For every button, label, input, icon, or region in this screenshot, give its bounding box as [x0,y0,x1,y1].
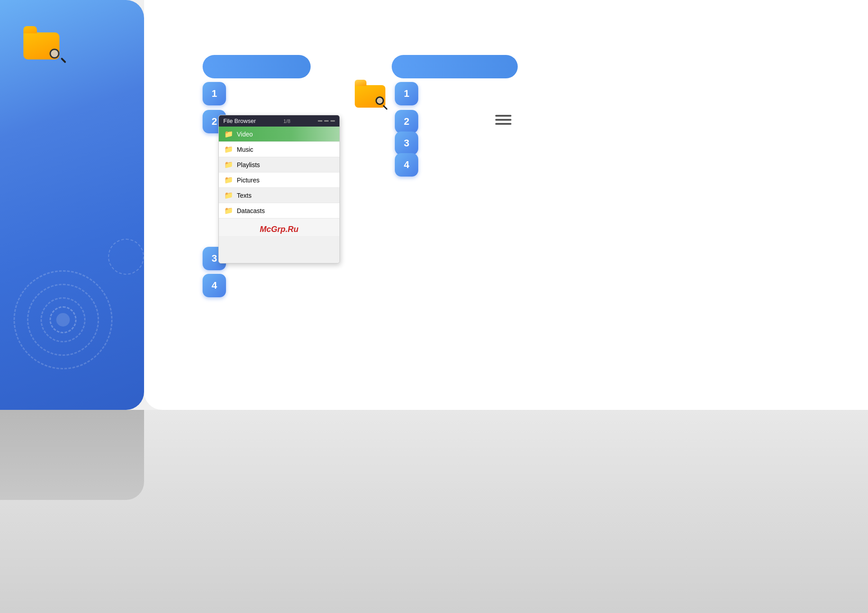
gear-dot [56,313,70,327]
file-browser-title: File Browser [223,118,256,124]
file-browser-header: File Browser 1/8 [219,115,339,127]
file-browser-empty-space [219,236,339,263]
file-browser-page-info: 1/8 [283,118,290,124]
file-browser-header-icons [318,120,335,122]
sidebar-logo [23,32,59,61]
sidebar [0,0,144,410]
left-pill-button[interactable] [203,55,311,78]
center-folder-icon [355,80,386,109]
right-badge-3[interactable]: 3 [395,132,418,155]
file-browser-item-datacasts[interactable]: 📁 Datacasts [219,203,339,218]
dot-circle-decoration [108,239,144,275]
folder-icon-texts: 📁 [224,191,233,200]
sidebar-folder-body [23,32,59,59]
bottom-reflection [0,410,868,613]
right-pill-button[interactable] [392,55,518,78]
file-browser-item-playlists[interactable]: 📁 Playlists [219,157,339,173]
sidebar-folder-tab [23,26,37,33]
hamburger-line-3 [495,123,511,125]
file-browser-item-label-pictures: Pictures [237,177,260,184]
right-badge-4[interactable]: 4 [395,153,418,177]
folder-icon-datacasts: 📁 [224,206,233,215]
folder-icon-video: 📁 [224,130,233,138]
right-badge-1[interactable]: 1 [395,82,418,105]
file-browser-item-video[interactable]: 📁 Video [219,127,339,142]
folder-icon-playlists: 📁 [224,160,233,169]
hamburger-menu-icon[interactable] [495,115,511,125]
folder-icon-music: 📁 [224,145,233,154]
file-browser-item-label-texts: Texts [237,192,252,199]
file-browser-item-music[interactable]: 📁 Music [219,142,339,157]
left-badge-4[interactable]: 4 [203,274,226,297]
main-content: 1 2 3 4 1 2 3 4 File Browser 1/8 [144,0,868,410]
left-badge-1[interactable]: 1 [203,82,226,105]
file-browser-item-label-playlists: Playlists [237,161,260,168]
header-icon-bar-2 [324,120,329,122]
bottom-left-reflection [0,410,144,500]
header-icon-bar-3 [330,120,335,122]
hamburger-line-2 [495,119,511,121]
right-badge-2[interactable]: 2 [395,110,418,133]
hamburger-line-1 [495,115,511,117]
file-browser-item-label-video: Video [237,131,253,138]
file-browser-item-texts[interactable]: 📁 Texts [219,188,339,203]
file-browser-item-label-music: Music [237,146,253,153]
file-browser-popup: File Browser 1/8 📁 Video 📁 Music 📁 Playl… [218,115,340,263]
file-browser-item-label-datacasts: Datacasts [237,207,265,214]
folder-icon-pictures: 📁 [224,176,233,184]
header-icon-bar-1 [318,120,322,122]
file-browser-item-pictures[interactable]: 📁 Pictures [219,173,339,188]
mcgrp-watermark: McGrp.Ru [219,218,339,236]
sidebar-magnifier-icon [50,49,64,63]
